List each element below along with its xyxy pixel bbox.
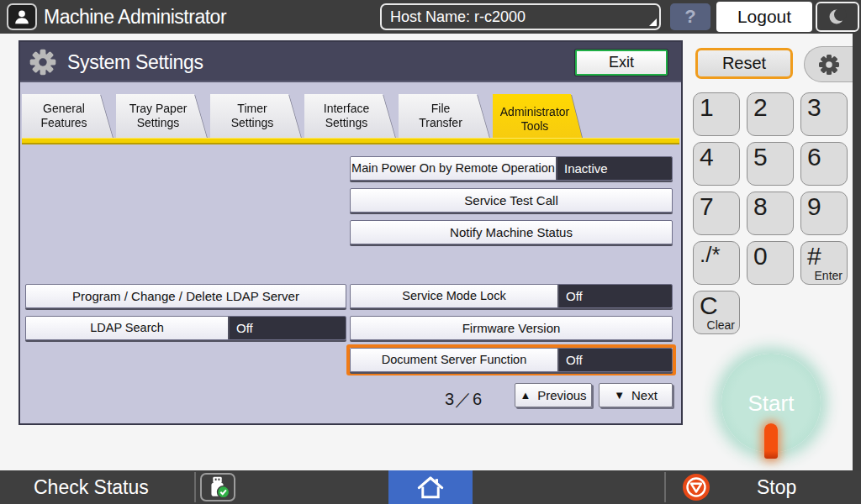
key-7[interactable]: 7 — [693, 192, 740, 235]
key-5[interactable]: 5 — [747, 142, 794, 186]
logged-in-user-label: Machine Administrator — [44, 0, 226, 34]
active-tab-underline — [22, 138, 679, 144]
logout-button[interactable]: Logout — [716, 2, 812, 32]
ldap-search-value: Off — [230, 317, 346, 339]
tab-general-features[interactable]: General Features — [22, 94, 113, 138]
check-status-button[interactable]: Check Status — [34, 470, 149, 504]
tab-file-transfer[interactable]: File Transfer — [399, 94, 489, 138]
top-bar: Machine Administrator Host Name: r-c2000… — [0, 0, 861, 34]
key-enter[interactable]: # Enter — [800, 241, 848, 285]
bottom-bar: Check Status — [0, 470, 861, 504]
home-button[interactable] — [388, 470, 473, 504]
document-server-value: Off — [559, 349, 672, 371]
key-3[interactable]: 3 — [800, 92, 848, 136]
usb-check-icon — [203, 475, 232, 500]
energy-saver-button[interactable] — [816, 2, 859, 32]
key-0[interactable]: 0 — [747, 241, 794, 285]
key-8[interactable]: 8 — [747, 192, 794, 235]
host-name-value: Host Name: r-c2000 — [390, 8, 526, 25]
home-icon — [417, 475, 444, 500]
key-dot-star[interactable]: ./* — [693, 241, 740, 285]
key-clear[interactable]: C Clear — [693, 291, 740, 334]
firmware-version-button[interactable]: Firmware Version — [350, 316, 673, 340]
divider — [664, 472, 666, 502]
main-power-value: Inactive — [557, 157, 672, 180]
tab-timer-settings[interactable]: Timer Settings — [210, 94, 301, 138]
tab-tray-paper-settings[interactable]: Tray Paper Settings — [116, 94, 207, 138]
document-server-function-button[interactable]: Document Server Function Off — [350, 348, 673, 372]
tab-row: General Features Tray Paper Settings Tim… — [22, 94, 584, 138]
main-power-remote-operation-button[interactable]: Main Power On by Remote Operation Inacti… — [350, 156, 673, 181]
key-1[interactable]: 1 — [693, 92, 740, 136]
settings-pill-button[interactable] — [804, 46, 853, 82]
panel-header: System Settings Exit — [20, 42, 681, 82]
service-mode-lock-value: Off — [559, 285, 672, 307]
ldap-search-button[interactable]: LDAP Search Off — [25, 316, 346, 340]
key-6[interactable]: 6 — [800, 142, 848, 186]
key-2[interactable]: 2 — [747, 92, 794, 136]
start-indicator-light — [764, 423, 778, 459]
numeric-keypad: 1 2 3 4 5 6 7 8 9 ./* 0 # Enter — [693, 92, 848, 285]
previous-page-button[interactable]: ▲ Previous — [515, 383, 592, 407]
divider — [194, 472, 196, 502]
notify-machine-status-button[interactable]: Notify Machine Status — [350, 220, 673, 244]
device-screen: Machine Administrator Host Name: r-c2000… — [0, 0, 861, 504]
help-button[interactable]: ? — [670, 3, 710, 30]
moon-icon — [827, 7, 848, 27]
exit-button[interactable]: Exit — [575, 50, 668, 76]
host-name-dropdown[interactable]: Host Name: r-c2000 — [380, 3, 661, 30]
tab-interface-settings[interactable]: Interface Settings — [304, 94, 395, 138]
page-title: System Settings — [67, 42, 203, 82]
key-9[interactable]: 9 — [800, 192, 848, 235]
next-page-button[interactable]: ▼ Next — [599, 383, 673, 407]
selection-highlight: Document Server Function Off — [346, 344, 676, 375]
dropdown-corner-icon — [649, 18, 657, 26]
ldap-server-button[interactable]: Program / Change / Delete LDAP Server — [25, 284, 346, 308]
gear-icon — [816, 52, 842, 77]
stop-button[interactable]: Stop — [757, 470, 796, 504]
tab-administrator-tools[interactable]: Administrator Tools — [493, 94, 584, 144]
media-status-button[interactable] — [200, 473, 235, 501]
key-4[interactable]: 4 — [693, 142, 740, 186]
stop-indicator[interactable] — [683, 474, 710, 501]
down-triangle-icon: ▼ — [614, 389, 625, 402]
system-settings-panel: System Settings Exit General Features Tr… — [18, 40, 683, 425]
user-icon[interactable] — [7, 3, 37, 30]
service-mode-lock-button[interactable]: Service Mode Lock Off — [350, 284, 673, 308]
page-indicator: 3／6 — [445, 388, 483, 411]
reset-button[interactable]: Reset — [695, 48, 793, 79]
stop-icon — [683, 474, 710, 501]
service-test-call-button[interactable]: Service Test Call — [350, 188, 673, 213]
up-triangle-icon: ▲ — [520, 389, 531, 402]
gear-icon — [29, 48, 57, 76]
screen-edge-strip — [853, 34, 861, 470]
person-icon — [13, 8, 31, 26]
